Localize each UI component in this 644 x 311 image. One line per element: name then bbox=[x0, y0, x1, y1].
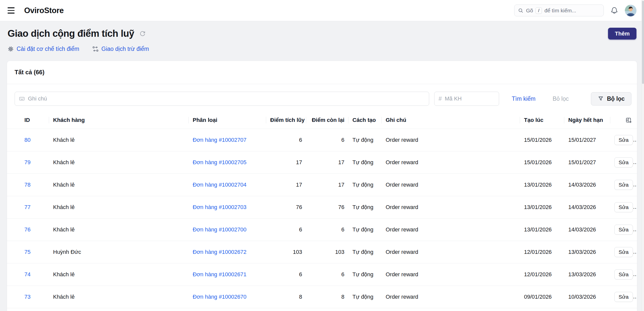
col-id[interactable]: ID bbox=[7, 111, 49, 129]
row-method: Tự động bbox=[348, 308, 382, 311]
table-row: 72 Khách lẻ Đơn hàng #10002666 575 575 T… bbox=[7, 308, 637, 311]
row-remaining: 6 bbox=[306, 263, 348, 286]
gear-icon bbox=[8, 46, 14, 52]
row-expires: 14/03/2026 bbox=[564, 174, 610, 196]
row-expires: 10/03/2026 bbox=[564, 286, 610, 308]
tab-all[interactable]: Tất cả (66) bbox=[15, 69, 45, 76]
customer-code-input[interactable] bbox=[445, 95, 495, 102]
row-points: 17 bbox=[266, 151, 306, 174]
link-points-settings[interactable]: Cài đặt cơ chế tích điểm bbox=[8, 46, 79, 52]
notifications-button[interactable] bbox=[610, 7, 618, 15]
row-expires: 14/03/2026 bbox=[564, 219, 610, 241]
edit-button[interactable]: Sửa bbox=[614, 225, 633, 235]
global-search-input[interactable]: Gõ / để tìm kiếm... bbox=[514, 5, 604, 16]
add-button[interactable]: Thêm bbox=[608, 28, 636, 40]
row-created: 12/01/2026 bbox=[520, 241, 564, 263]
col-customer[interactable]: Khách hàng bbox=[49, 111, 189, 129]
edit-button[interactable]: Sửa bbox=[614, 157, 633, 167]
search-placeholder-prefix: Gõ bbox=[526, 8, 533, 14]
row-created: 13/01/2026 bbox=[520, 196, 564, 219]
page-scrollbar[interactable] bbox=[641, 0, 644, 311]
transactions-card: Tất cả (66) # Tìm kiếm Bỏ lọc Bộ lọc bbox=[7, 61, 637, 311]
row-order-link[interactable]: Đơn hàng #10002703 bbox=[193, 204, 247, 210]
row-customer: Khách lẻ bbox=[49, 263, 189, 286]
row-created: 09/01/2026 bbox=[520, 286, 564, 308]
row-method: Tự động bbox=[348, 286, 382, 308]
col-remaining[interactable]: Điểm còn lại bbox=[306, 111, 348, 129]
edit-button[interactable]: Sửa bbox=[614, 269, 633, 280]
column-settings-button[interactable] bbox=[625, 117, 632, 123]
row-customer: Khách lẻ bbox=[49, 308, 189, 311]
edit-button[interactable]: Sửa bbox=[614, 135, 633, 145]
bell-icon bbox=[610, 7, 618, 15]
col-category[interactable]: Phân loại bbox=[189, 111, 266, 129]
link-deduct-transactions[interactable]: Giao dịch trừ điểm bbox=[92, 46, 149, 52]
table-row: 78 Khách lẻ Đơn hàng #10002704 17 17 Tự … bbox=[7, 174, 637, 196]
row-points: 575 bbox=[266, 308, 306, 311]
refresh-icon bbox=[139, 31, 146, 38]
row-order-link[interactable]: Đơn hàng #10002707 bbox=[193, 137, 247, 143]
scrollbar-thumb[interactable] bbox=[642, 1, 644, 84]
row-id-link[interactable]: 73 bbox=[24, 294, 30, 300]
edit-button[interactable]: Sửa bbox=[614, 292, 633, 302]
clear-filter-link: Bỏ lọc bbox=[553, 95, 569, 102]
refresh-button[interactable] bbox=[139, 31, 146, 38]
row-customer: Khách lẻ bbox=[49, 129, 189, 151]
row-order-link[interactable]: Đơn hàng #10002671 bbox=[193, 271, 247, 278]
search-icon bbox=[518, 8, 524, 13]
card-tabs: Tất cả (66) bbox=[7, 61, 637, 84]
note-filter-input[interactable] bbox=[28, 95, 425, 102]
row-id-link[interactable]: 78 bbox=[24, 182, 30, 188]
row-order-link[interactable]: Đơn hàng #10002672 bbox=[193, 249, 247, 255]
hash-icon: # bbox=[438, 95, 442, 102]
row-id-link[interactable]: 80 bbox=[24, 137, 30, 143]
row-order-link[interactable]: Đơn hàng #10002700 bbox=[193, 226, 247, 233]
edit-button[interactable]: Sửa bbox=[614, 247, 633, 257]
user-avatar[interactable] bbox=[625, 5, 636, 16]
col-expires[interactable]: Ngày hết hạn bbox=[564, 111, 610, 129]
table-row: 74 Khách lẻ Đơn hàng #10002671 6 6 Tự độ… bbox=[7, 263, 637, 286]
col-points[interactable]: Điểm tích lũy bbox=[266, 111, 306, 129]
row-id-link[interactable]: 77 bbox=[24, 204, 30, 210]
col-note[interactable]: Ghi chú bbox=[382, 111, 520, 129]
brand-logo[interactable]: OviroStore bbox=[24, 6, 64, 15]
row-created: 12/01/2026 bbox=[520, 263, 564, 286]
row-order-link[interactable]: Đơn hàng #10002704 bbox=[193, 182, 247, 188]
row-order-link[interactable]: Đơn hàng #10002670 bbox=[193, 294, 247, 300]
row-id-link[interactable]: 75 bbox=[24, 249, 30, 255]
row-id-link[interactable]: 74 bbox=[24, 271, 30, 278]
row-remaining: 6 bbox=[306, 219, 348, 241]
table-header-row: ID Khách hàng Phân loại Điểm tích lũy Đi… bbox=[7, 111, 637, 129]
customer-code-field[interactable]: # bbox=[434, 92, 499, 106]
edit-button[interactable]: Sửa bbox=[614, 180, 633, 190]
row-points: 103 bbox=[266, 241, 306, 263]
row-created: 13/01/2026 bbox=[520, 174, 564, 196]
row-id-link[interactable]: 76 bbox=[24, 226, 30, 233]
search-link[interactable]: Tìm kiếm bbox=[512, 95, 536, 102]
table-row: 79 Khách lẻ Đơn hàng #10002705 17 17 Tự … bbox=[7, 151, 637, 174]
row-note: Order reward bbox=[382, 308, 520, 311]
row-remaining: 103 bbox=[306, 241, 348, 263]
avatar-photo bbox=[625, 5, 636, 16]
row-note: Order reward bbox=[382, 151, 520, 174]
link-label: Giao dịch trừ điểm bbox=[101, 46, 149, 52]
row-note: Order reward bbox=[382, 129, 520, 151]
note-filter-field[interactable] bbox=[15, 92, 429, 106]
row-remaining: 6 bbox=[306, 129, 348, 151]
row-order-link[interactable]: Đơn hàng #10002705 bbox=[193, 159, 247, 165]
transactions-table: ID Khách hàng Phân loại Điểm tích lũy Đi… bbox=[7, 111, 637, 311]
col-created[interactable]: Tạo lúc bbox=[520, 111, 564, 129]
table-row: 77 Khách lẻ Đơn hàng #10002703 76 76 Tự … bbox=[7, 196, 637, 219]
table-row: 75 Huỳnh Đức Đơn hàng #10002672 103 103 … bbox=[7, 241, 637, 263]
edit-button[interactable]: Sửa bbox=[614, 202, 633, 212]
row-customer: Khách lẻ bbox=[49, 174, 189, 196]
table-row: 73 Khách lẻ Đơn hàng #10002670 8 8 Tự độ… bbox=[7, 286, 637, 308]
row-id-link[interactable]: 79 bbox=[24, 159, 30, 165]
col-method[interactable]: Cách tạo bbox=[348, 111, 382, 129]
row-method: Tự động bbox=[348, 196, 382, 219]
row-expires: 13/03/2026 bbox=[564, 241, 610, 263]
row-note: Order reward bbox=[382, 286, 520, 308]
menu-toggle-button[interactable] bbox=[8, 6, 19, 16]
filter-button[interactable]: Bộ lọc bbox=[591, 92, 631, 106]
row-points: 6 bbox=[266, 219, 306, 241]
